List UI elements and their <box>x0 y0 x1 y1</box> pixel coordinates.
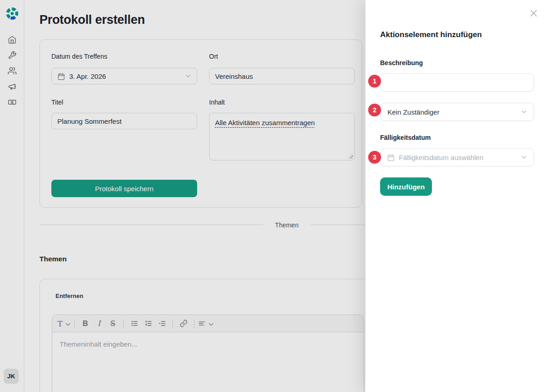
step-badge-1: 1 <box>368 75 381 88</box>
step-badge-3: 3 <box>368 151 381 164</box>
close-icon[interactable] <box>530 9 538 17</box>
chevron-down-icon <box>520 154 527 161</box>
description-input[interactable] <box>380 73 534 92</box>
due-date-label: Fälligkeitsdatum <box>380 134 431 141</box>
description-label: Beschreibung <box>380 59 423 66</box>
calendar-icon <box>387 154 395 161</box>
due-date-select[interactable]: Fälligkeitsdatum auswählen <box>380 148 534 166</box>
chevron-down-icon <box>520 109 527 116</box>
drawer-title: Aktionselement hinzufügen <box>380 30 482 39</box>
assignee-value: Kein Zuständiger <box>381 108 439 116</box>
modal-dim-overlay[interactable] <box>0 0 365 392</box>
step-badge-2: 2 <box>368 104 381 116</box>
add-action-item-button[interactable]: Hinzufügen <box>380 177 432 196</box>
assignee-select[interactable]: Kein Zuständiger <box>380 103 534 121</box>
add-action-item-drawer: Aktionselement hinzufügen Beschreibung K… <box>365 0 547 392</box>
due-date-placeholder: Fälligkeitsdatum auswählen <box>399 154 483 161</box>
app-window: JK Protokoll erstellen Datum des Treffen… <box>0 0 547 392</box>
